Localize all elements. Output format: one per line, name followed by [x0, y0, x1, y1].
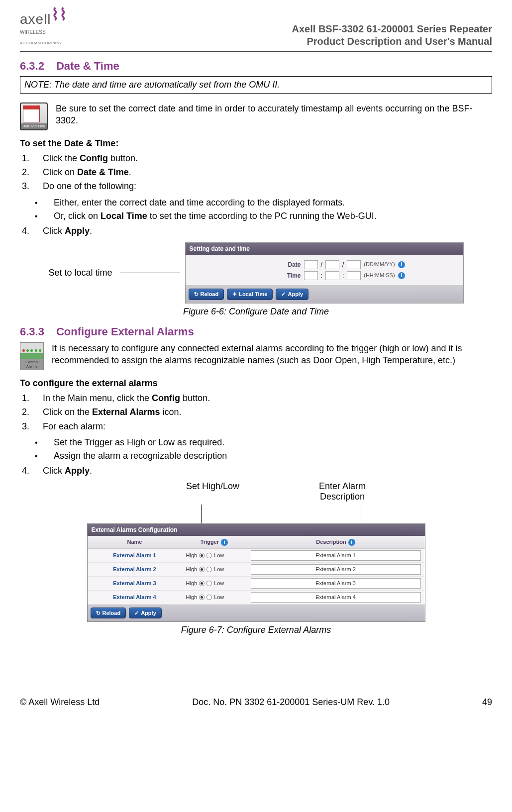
section-633-heading: 6.3.3 Configure External Alarms [20, 324, 492, 339]
procedure-title-1: To set the Date & Time: [20, 137, 492, 149]
bullet-list-2: Set the Trigger as High or Low as requir… [35, 436, 492, 462]
callout-line [120, 273, 180, 273]
apply-button[interactable]: ✓Apply [129, 608, 162, 619]
trigger-low-label: Low [214, 580, 224, 587]
bullet-icon [35, 210, 54, 222]
date-yy-input[interactable] [347, 260, 361, 269]
callout-set-local-time: Set to local time [48, 267, 112, 279]
step-2: Click on Date & Time. [43, 166, 131, 178]
date-dd-input[interactable] [304, 260, 318, 269]
procedure-list-2b: 4.Click Apply. [22, 465, 492, 477]
info-icon[interactable]: i [398, 272, 405, 279]
step-num: 1. [22, 152, 43, 164]
description-cell: External Alarm 4 [247, 591, 425, 604]
trigger-high-radio[interactable] [199, 581, 205, 586]
trigger-cell: HighLow [182, 563, 247, 576]
logo-text: axell [20, 10, 51, 29]
time-hint: (HH:MM:SS) [364, 272, 395, 279]
figure-6-7-caption: Figure 6-7: Configure External Alarms [20, 624, 492, 636]
table-row: External Alarm 3HighLowExternal Alarm 3 [88, 577, 425, 591]
info-icon[interactable]: i [221, 539, 228, 546]
description-cell: External Alarm 2 [247, 563, 425, 576]
section-632-heading: 6.3.2 Date & Time [20, 59, 492, 74]
trigger-low-radio[interactable] [206, 581, 212, 586]
description-cell: External Alarm 1 [247, 549, 425, 562]
footer-copyright: © Axell Wireless Ltd [20, 696, 100, 708]
trigger-high-radio[interactable] [199, 595, 205, 600]
trigger-low-label: Low [214, 552, 224, 559]
check-icon: ✓ [134, 609, 139, 617]
trigger-low-radio[interactable] [206, 567, 212, 572]
date-time-dialog: Setting date and time Date / / (DD/MM/YY… [185, 242, 464, 304]
time-hh-input[interactable] [304, 271, 318, 280]
date-label: Date [281, 261, 301, 269]
description-input[interactable]: External Alarm 4 [251, 592, 421, 603]
trigger-low-radio[interactable] [206, 553, 212, 558]
apply-button[interactable]: ✓Apply [276, 289, 308, 300]
page-header: axell ⌇⌇ WIRELESS A COBHAM COMPANY Axell… [20, 10, 492, 52]
trigger-cell: HighLow [182, 577, 247, 590]
section-num: 6.3.2 [20, 59, 44, 74]
description-input[interactable]: External Alarm 2 [251, 564, 421, 575]
step-num: 4. [22, 225, 43, 237]
description-cell: External Alarm 3 [247, 577, 425, 590]
external-alarms-icon: External Alarms [20, 342, 44, 370]
trigger-high-label: High [186, 552, 198, 559]
description-input[interactable]: External Alarm 1 [251, 550, 421, 561]
check-icon: ✓ [281, 291, 286, 298]
local-time-button[interactable]: ✦Local Time [227, 289, 273, 300]
step-num: 2. [22, 406, 43, 418]
ea-callouts: Set High/Low Enter AlarmDescription [186, 481, 366, 503]
table-row: External Alarm 2HighLowExternal Alarm 2 [88, 563, 425, 577]
trigger-high-label: High [186, 566, 198, 573]
step-3: Do one of the following: [43, 180, 136, 192]
dialog-footer: ↻Reload ✓Apply [88, 605, 425, 622]
page-footer: © Axell Wireless Ltd Doc. No. PN 3302 61… [20, 696, 492, 708]
step-num: 3. [22, 420, 43, 432]
info-icon[interactable]: i [348, 539, 355, 546]
table-header-row: Name Triggeri Descriptioni [88, 536, 425, 549]
bullet-1: Set the Trigger as High or Low as requir… [54, 436, 224, 448]
info-icon[interactable]: i [398, 261, 405, 268]
reload-icon: ↻ [194, 291, 199, 298]
trigger-high-radio[interactable] [199, 553, 205, 558]
procedure-list-1b: 4.Click Apply. [22, 225, 492, 237]
time-mm-input[interactable] [325, 271, 339, 280]
col-description: Descriptioni [247, 536, 425, 548]
time-row: Time : : (HH:MM:SS) i [192, 271, 457, 280]
note-box: NOTE: The date and time are automaticall… [20, 76, 492, 93]
trigger-low-radio[interactable] [206, 595, 212, 600]
dialog-title: Setting date and time [186, 243, 463, 255]
ext-alarm-figure-wrapper: Set High/Low Enter AlarmDescription Exte… [20, 481, 492, 622]
clock-icon: ✦ [232, 291, 237, 298]
dialog-footer: ↻Reload ✦Local Time ✓Apply [186, 286, 463, 303]
time-ss-input[interactable] [347, 271, 361, 280]
description-input[interactable]: External Alarm 3 [251, 578, 421, 589]
trigger-high-label: High [186, 580, 198, 587]
alarm-name: External Alarm 3 [88, 577, 182, 590]
section-title: Configure External Alarms [56, 324, 194, 339]
date-mm-input[interactable] [325, 260, 339, 269]
date-time-icon-label: Date and Time [21, 123, 47, 129]
ext-alarm-intro-text: It is necessary to configure any connect… [52, 342, 492, 367]
document-title: Axell BSF-3302 61-200001 Series Repeater… [292, 23, 492, 48]
reload-button[interactable]: ↻Reload [189, 289, 224, 300]
alarm-name: External Alarm 1 [88, 549, 182, 562]
trigger-high-radio[interactable] [199, 567, 205, 572]
trigger-high-label: High [186, 594, 198, 601]
step-4: Click Apply. [43, 225, 92, 237]
procedure-list-1: 1.Click the Config button. 2.Click on Da… [22, 152, 492, 193]
reload-button[interactable]: ↻Reload [91, 608, 126, 619]
ext-alarm-intro-row: External Alarms It is necessary to confi… [20, 342, 492, 370]
figure-6-6-caption: Figure 6-6: Configure Date and Time [20, 305, 492, 317]
section-num: 6.3.3 [20, 324, 44, 339]
time-label: Time [281, 272, 301, 280]
step-num: 3. [22, 180, 43, 192]
doc-title-line1: Axell BSF-3302 61-200001 Series Repeater [292, 23, 492, 35]
bullet-1: Either, enter the correct date and time … [54, 197, 345, 208]
bullet-icon [35, 197, 54, 208]
step-num: 2. [22, 166, 43, 178]
bullet-list-1: Either, enter the correct date and time … [35, 197, 492, 222]
date-time-intro-row: Date and Time Be sure to set the correct… [20, 102, 492, 130]
step-4: Click Apply. [43, 465, 92, 477]
